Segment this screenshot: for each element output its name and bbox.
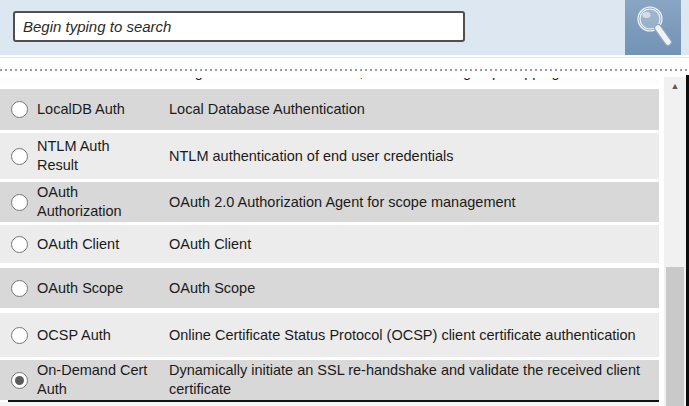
search-button[interactable] (625, 0, 681, 55)
item-description: NTLM authentication of end user credenti… (169, 147, 655, 166)
list-item-oauth-scope[interactable]: OAuth Scope OAuth Scope (0, 268, 659, 308)
item-description: Online Certificate Status Protocol (OCSP… (169, 326, 655, 345)
item-label: NTLM Auth Result (37, 137, 151, 175)
radio-button[interactable] (11, 148, 28, 165)
agent-option-list: assignment or other functions, such as L… (0, 75, 659, 406)
item-description: OAuth Client (169, 235, 655, 254)
list-item-on-demand-cert-auth[interactable]: On-Demand Cert Auth Dynamically initiate… (0, 360, 659, 400)
item-label: OCSP Auth (37, 326, 151, 345)
radio-button[interactable] (11, 372, 28, 389)
item-description: Dynamically initiate an SSL re-handshake… (169, 361, 655, 399)
radio-button[interactable] (11, 194, 28, 211)
list-item-localdb-auth[interactable]: LocalDB Auth Local Database Authenticati… (0, 89, 659, 130)
item-description: assignment or other functions, such as L… (169, 78, 655, 82)
item-description: OAuth 2.0 Authorization Agent for scope … (169, 193, 655, 212)
dotted-divider (0, 69, 689, 71)
scrollbar-track[interactable]: ▲ (664, 77, 686, 406)
radio-button[interactable] (11, 236, 28, 253)
item-label: On-Demand Cert Auth (37, 361, 151, 399)
list-item-oauth-authorization[interactable]: OAuth Authorization OAuth 2.0 Authorizat… (0, 182, 659, 222)
magnifier-icon (632, 4, 674, 51)
item-label: OAuth Scope (37, 279, 151, 298)
item-label: OAuth Authorization (37, 183, 151, 221)
list-item-ntlm-auth-result[interactable]: NTLM Auth Result NTLM authentication of … (0, 133, 659, 179)
list-bottom-strip (0, 402, 659, 406)
list-item-partial[interactable]: assignment or other functions, such as L… (0, 78, 659, 85)
list-item-ocsp-auth[interactable]: OCSP Auth Online Certificate Status Prot… (0, 313, 659, 357)
search-header (0, 0, 689, 55)
item-description: Local Database Authentication (169, 100, 655, 119)
item-description: OAuth Scope (169, 279, 655, 298)
list-item-oauth-client[interactable]: OAuth Client OAuth Client (0, 225, 659, 263)
scrollbar-thumb[interactable] (666, 267, 684, 406)
radio-button[interactable] (11, 327, 28, 344)
header-divider (0, 57, 689, 58)
item-label: LocalDB Auth (37, 100, 151, 119)
scroll-up-arrow-icon[interactable]: ▲ (664, 77, 686, 95)
item-label: OAuth Client (37, 235, 151, 254)
radio-button[interactable] (11, 101, 28, 118)
search-input[interactable] (13, 11, 465, 42)
radio-button[interactable] (11, 280, 28, 297)
